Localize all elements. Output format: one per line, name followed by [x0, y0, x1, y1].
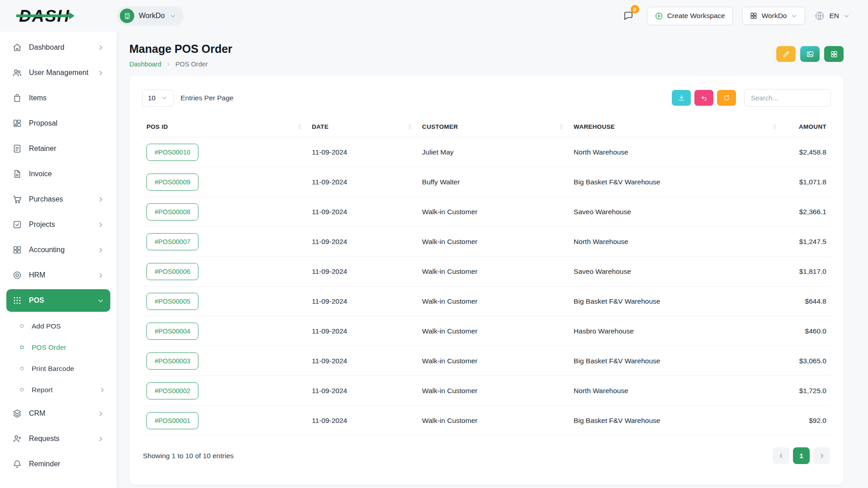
column-header-amount[interactable]: AMOUNT: [783, 117, 831, 137]
submenu-item-report[interactable]: Report: [14, 379, 110, 400]
submenu-item-add-pos[interactable]: Add POS: [14, 315, 110, 337]
chevron-right-icon: [97, 196, 104, 203]
pos-id-link[interactable]: #POS00007: [146, 233, 198, 250]
export-button[interactable]: [672, 90, 691, 106]
sidebar-item-proposal[interactable]: Proposal: [6, 112, 110, 135]
chevron-down-icon: [97, 297, 104, 305]
image-icon: [806, 50, 814, 58]
breadcrumb-dashboard-link[interactable]: Dashboard: [129, 61, 161, 68]
order-date: 11-09-2024: [307, 137, 418, 167]
order-amount: $460.0: [783, 316, 831, 346]
sidebar-item-label: Proposal: [29, 119, 57, 127]
pos-id-link[interactable]: #POS00005: [146, 293, 198, 310]
page-header: Manage POS Order Dashboard POS Order: [129, 40, 844, 68]
next-page-button[interactable]: [813, 447, 830, 464]
chevron-right-icon: [97, 272, 104, 279]
globe-icon: [814, 10, 825, 21]
chevron-right-icon: [97, 410, 104, 418]
order-warehouse: North Warehouse: [569, 137, 783, 167]
breadcrumb: Dashboard POS Order: [129, 61, 232, 68]
entries-per-page-select[interactable]: 10: [142, 89, 174, 107]
document-icon: [12, 144, 22, 154]
sidebar-item-label: HRM: [29, 271, 45, 279]
home-icon: [12, 42, 22, 52]
users-icon: [12, 68, 22, 78]
messages-button[interactable]: 0: [619, 6, 638, 25]
customize-edit-button[interactable]: [776, 46, 796, 62]
chevron-right-icon: [165, 61, 171, 67]
pos-id-link[interactable]: #POS00002: [146, 382, 198, 399]
create-workspace-label: Create Workspace: [667, 12, 725, 20]
pos-orders-table: POS ID DATE CUSTOMER WAREHOUSE: [142, 117, 831, 436]
sidebar-item-invoice[interactable]: Invoice: [6, 163, 110, 185]
pos-submenu: Add POS POS Order Print Barcode Report: [6, 314, 110, 402]
breadcrumb-current: POS Order: [175, 61, 208, 68]
topbar-actions: 0 Create Workspace WorkDo EN: [619, 6, 850, 25]
sidebar-item-label: Retainer: [29, 145, 56, 153]
gallery-view-button[interactable]: [800, 46, 820, 62]
sidebar-item-purchases[interactable]: Purchases: [6, 188, 110, 211]
circle-bullet-icon: [18, 322, 26, 330]
pencil-icon: [782, 50, 790, 58]
order-date: 11-09-2024: [307, 257, 418, 286]
entries-per-page-value: 10: [148, 94, 156, 102]
submenu-item-pos-order[interactable]: POS Order: [14, 337, 110, 358]
sidebar-item-retainer[interactable]: Retainer: [6, 137, 110, 160]
submenu-item-label: Report: [32, 386, 53, 394]
sidebar-item-label: Projects: [29, 221, 55, 229]
chevron-right-icon: [97, 246, 104, 254]
column-header-date[interactable]: DATE: [307, 117, 418, 137]
pos-id-link[interactable]: #POS00010: [146, 144, 198, 161]
column-header-pos-id[interactable]: POS ID: [142, 117, 307, 137]
app-logo[interactable]: DASH: [19, 8, 70, 24]
sidebar-item-requests[interactable]: Requests: [6, 427, 110, 450]
logo-area: DASH: [0, 8, 117, 24]
column-label: POS ID: [146, 123, 168, 130]
grid-view-button[interactable]: [824, 46, 844, 62]
previous-page-button[interactable]: [773, 447, 789, 464]
sidebar-item-projects[interactable]: Projects: [6, 213, 110, 236]
download-icon: [678, 94, 685, 102]
order-warehouse: Big Basket F&V Warehouse: [569, 346, 783, 376]
refresh-button[interactable]: [717, 90, 736, 106]
order-date: 11-09-2024: [307, 406, 418, 436]
pos-id-link[interactable]: #POS00003: [146, 352, 198, 370]
search-input[interactable]: [744, 89, 831, 107]
reset-button[interactable]: [694, 90, 713, 106]
column-header-customer[interactable]: CUSTOMER: [418, 117, 569, 137]
order-date: 11-09-2024: [307, 346, 418, 376]
submenu-item-print-barcode[interactable]: Print Barcode: [14, 358, 110, 379]
sidebar-item-crm[interactable]: CRM: [6, 402, 110, 425]
column-label: DATE: [312, 123, 329, 130]
pos-id-link[interactable]: #POS00004: [146, 323, 198, 340]
sidebar-item-dashboard[interactable]: Dashboard: [6, 36, 110, 59]
pos-id-link[interactable]: #POS00009: [146, 174, 198, 191]
submenu-item-label: POS Order: [32, 343, 66, 352]
page-title: Manage POS Order: [129, 42, 232, 56]
table-row: #POS00006 11-09-2024 Walk-in Customer Sa…: [142, 257, 831, 286]
order-customer: Walk-in Customer: [418, 346, 569, 376]
sidebar-item-items[interactable]: Items: [6, 87, 110, 109]
order-warehouse: North Warehouse: [569, 376, 783, 406]
pos-id-link[interactable]: #POS00006: [146, 263, 198, 280]
pos-id-link[interactable]: #POS00001: [146, 412, 198, 429]
workspace-switcher[interactable]: WorkDo: [117, 6, 184, 26]
sidebar-item-label: Dashboard: [29, 43, 64, 52]
chevron-right-icon: [97, 69, 104, 77]
page-number-button[interactable]: 1: [793, 447, 810, 464]
language-switcher[interactable]: EN: [814, 10, 850, 21]
sidebar-item-user-management[interactable]: User Management: [6, 61, 110, 84]
create-workspace-button[interactable]: Create Workspace: [647, 7, 733, 25]
sidebar-item-pos[interactable]: POS: [6, 289, 110, 312]
column-header-warehouse[interactable]: WAREHOUSE: [569, 117, 783, 137]
order-customer: Walk-in Customer: [418, 257, 569, 286]
sidebar-item-reminder[interactable]: Reminder: [6, 453, 110, 475]
topbar: DASH WorkDo 0 Create Workspace WorkDo EN: [0, 0, 868, 32]
chevron-right-icon: [97, 44, 104, 52]
sidebar-item-hrm[interactable]: HRM: [6, 264, 110, 286]
account-menu-button[interactable]: WorkDo: [742, 7, 806, 25]
sidebar-item-label: Purchases: [29, 195, 63, 203]
pos-id-link[interactable]: #POS00008: [146, 203, 198, 221]
sidebar-item-accounting[interactable]: Accounting: [6, 239, 110, 261]
workspace-name: WorkDo: [139, 12, 165, 20]
